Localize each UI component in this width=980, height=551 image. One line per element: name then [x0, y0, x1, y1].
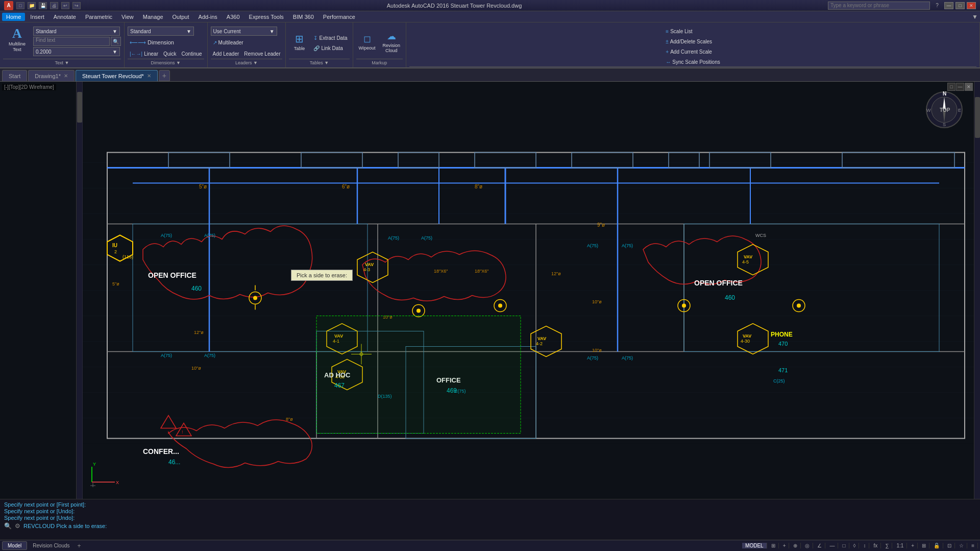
text-height-dropdown[interactable]: 0.2000 ▼ — [33, 47, 120, 56]
scale-list-button[interactable]: ≡ Scale List — [664, 27, 694, 36]
tab-drawing1-close[interactable]: ✕ — [64, 73, 68, 79]
menu-output[interactable]: Output — [168, 13, 193, 21]
status-dyn[interactable]: ◊ — [850, 543, 860, 548]
dim-style-value: Standard — [130, 29, 151, 34]
cmd-prompt-area: 🔍 ⚙ REVCLOUD Pick a side to erase: — [4, 522, 976, 530]
status-lw[interactable]: ↕ — [860, 543, 869, 548]
link-data-button[interactable]: 🔗 Link Data — [311, 44, 349, 53]
vscroll-thumb[interactable] — [975, 97, 980, 138]
menu-expand[interactable]: ▼ — [972, 13, 978, 20]
status-ortho[interactable]: ⊕ — [790, 543, 801, 548]
menu-view[interactable]: View — [117, 13, 138, 21]
tab-revcloud[interactable]: Steuart Tower Revcloud* ✕ — [76, 70, 158, 81]
text-style-dropdown[interactable]: Standard ▼ — [33, 27, 120, 36]
keyword-search[interactable]: Type a keyword or phrase — [828, 2, 930, 10]
cmd-search-icon[interactable]: 🔍 — [4, 522, 12, 530]
close-button[interactable]: ✕ — [967, 2, 976, 9]
status-model[interactable]: MODEL — [742, 543, 767, 548]
quick-button[interactable]: Quick — [161, 49, 179, 58]
revision-clouds-tab[interactable]: Revision Clouds — [27, 541, 75, 550]
left-scrollbar[interactable] — [76, 82, 82, 499]
add-current-icon: + — [666, 49, 669, 55]
status-sel[interactable]: ∑ — [882, 543, 892, 548]
status-scale[interactable]: 1:1 — [893, 543, 907, 548]
status-lock[interactable]: 🔓 — [930, 543, 943, 548]
wipeout-button[interactable]: ◻ Wipeout — [356, 27, 378, 57]
add-leader-label: Add Leader — [213, 51, 239, 57]
status-polar[interactable]: ◎ — [802, 543, 813, 548]
dimension-style-dropdown[interactable]: Standard ▼ — [128, 27, 194, 36]
menu-annotate[interactable]: Annotate — [50, 13, 80, 21]
add-layout-button[interactable]: + — [76, 542, 83, 549]
document-tabs: Start Drawing1* ✕ Steuart Tower Revcloud… — [0, 68, 980, 82]
menu-performance[interactable]: Performance — [319, 13, 359, 21]
minimize-button[interactable]: — — [944, 2, 953, 9]
status-trans[interactable]: fx — [870, 543, 881, 548]
status-hardware[interactable]: ☆ — [956, 543, 967, 548]
ribbon: A MultilineText Standard ▼ Find text 🔍 0… — [0, 22, 980, 68]
new-icon[interactable]: □ — [16, 2, 24, 9]
dimension-button[interactable]: ⟵⟶ Dimension — [128, 37, 204, 48]
undo-icon[interactable]: ↩ — [61, 2, 69, 9]
cmd-history-2: Specify next point or [Undo]: — [4, 508, 976, 514]
table-button[interactable]: ⊞ Table — [289, 27, 309, 57]
dropdown-arrow3: ▼ — [186, 29, 191, 34]
cmd-input-field[interactable] — [110, 522, 976, 530]
open-icon[interactable]: 📁 — [28, 2, 36, 9]
status-otrack[interactable]: — — [826, 543, 838, 548]
svg-text:A(75): A(75) — [622, 243, 633, 248]
remove-leader-button[interactable]: Remove Leader — [242, 49, 282, 58]
vp-close-button[interactable]: ✕ — [965, 83, 973, 91]
svg-text:PHONE: PHONE — [771, 331, 793, 338]
maximize-button[interactable]: □ — [955, 2, 965, 9]
multileader-style-dropdown[interactable]: Use Current ▼ — [211, 27, 277, 36]
add-delete-scales-button[interactable]: ± Add/Delete Scales — [664, 37, 714, 46]
multileader-icon: ↗ — [213, 40, 217, 45]
status-workspace[interactable]: ⊞ — [919, 543, 929, 548]
status-ducs[interactable]: □ — [839, 543, 849, 548]
tab-revcloud-close[interactable]: ✕ — [147, 73, 151, 79]
status-isnap[interactable]: ∠ — [814, 543, 825, 548]
help-icon[interactable]: ? — [933, 2, 941, 9]
revision-cloud-button[interactable]: ☁ RevisionCloud — [380, 27, 403, 57]
ribbon-group-markup: ◻ Wipeout ☁ RevisionCloud Markup — [353, 22, 407, 67]
model-tab[interactable]: Model — [2, 541, 27, 550]
menu-home[interactable]: Home — [2, 13, 25, 21]
new-tab-button[interactable]: + — [159, 70, 170, 81]
svg-text:TOP: TOP — [940, 107, 950, 113]
status-annot[interactable]: + — [908, 543, 918, 548]
sync-scale-button[interactable]: ↔ Sync Scale Positions — [664, 57, 722, 66]
status-customize[interactable]: ≡ — [968, 543, 978, 548]
menu-bim360[interactable]: BIM 360 — [289, 13, 318, 21]
multileader-button[interactable]: ↗ Multileader — [211, 37, 283, 48]
status-grid[interactable]: ⊞ — [768, 543, 779, 548]
menu-a360[interactable]: A360 — [223, 13, 244, 21]
cmd-history-1: Specify next point or [First point]: — [4, 501, 976, 508]
continue-button[interactable]: Continue — [180, 49, 204, 58]
extract-data-button[interactable]: ↧ Extract Data — [311, 34, 349, 43]
menu-parametric[interactable]: Parametric — [81, 13, 116, 21]
add-current-scale-button[interactable]: + Add Current Scale — [664, 47, 714, 56]
remove-leader-label: Remove Leader — [244, 51, 280, 57]
main-canvas[interactable]: [-][Top][2D Wireframe] □ — ✕ — [0, 82, 980, 499]
linear-button[interactable]: |←→| Linear — [128, 49, 160, 58]
menu-manage[interactable]: Manage — [139, 13, 167, 21]
table-label: Table — [294, 46, 305, 51]
menu-addins[interactable]: Add-ins — [194, 13, 222, 21]
canvas-scrollbar-v[interactable] — [974, 82, 980, 499]
add-leader-button[interactable]: Add Leader — [211, 49, 241, 58]
menu-insert[interactable]: Insert — [26, 13, 48, 21]
tab-start[interactable]: Start — [2, 70, 27, 81]
plot-icon[interactable]: 🖨 — [50, 2, 58, 9]
redo-icon[interactable]: ↪ — [72, 2, 81, 9]
multiline-text-button[interactable]: A MultilineText — [3, 25, 31, 55]
find-text-button[interactable]: 🔍 — [111, 37, 121, 46]
status-snap[interactable]: + — [780, 543, 790, 548]
svg-text:470: 470 — [778, 341, 788, 347]
cmd-settings-icon[interactable]: ⚙ — [15, 522, 20, 530]
find-text-input[interactable]: Find text — [33, 37, 110, 46]
status-isolate[interactable]: ⊡ — [944, 543, 955, 548]
save-icon[interactable]: 💾 — [39, 2, 47, 9]
tab-drawing1[interactable]: Drawing1* ✕ — [28, 70, 75, 81]
menu-express[interactable]: Express Tools — [245, 13, 288, 21]
